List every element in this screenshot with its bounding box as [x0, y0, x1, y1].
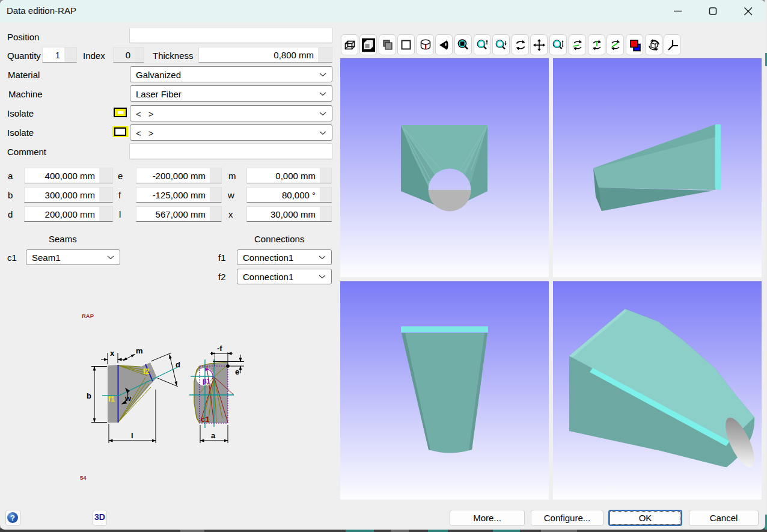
svg-text:?: ? [10, 513, 15, 522]
svg-text:d: d [176, 360, 180, 369]
svg-text:w: w [124, 394, 132, 403]
svg-text:b: b [87, 391, 91, 400]
svg-text:-f: -f [217, 344, 222, 353]
svg-text:m: m [136, 346, 143, 355]
svg-text:β1: β1 [203, 378, 210, 385]
svg-text:e: e [235, 367, 239, 376]
svg-text:a: a [211, 431, 216, 440]
svg-text:54: 54 [80, 474, 87, 481]
svg-text:f2: f2 [143, 367, 150, 376]
svg-text:f1: f1 [108, 395, 115, 403]
svg-text:c1: c1 [201, 415, 209, 424]
svg-text:l: l [131, 431, 133, 440]
svg-text:RAP: RAP [82, 313, 94, 319]
svg-text:x: x [110, 349, 115, 358]
